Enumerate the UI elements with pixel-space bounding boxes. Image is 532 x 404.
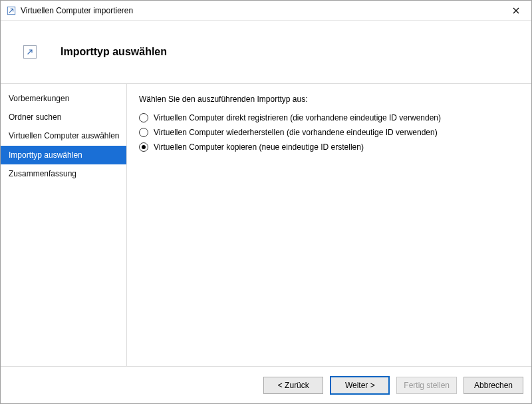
finish-button: Fertig stellen — [396, 377, 457, 394]
wizard-steps-sidebar: Vorbemerkungen Ordner suchen Virtuellen … — [1, 84, 127, 366]
step-virtuellen-computer-auswaehlen[interactable]: Virtuellen Computer auswählen — [1, 126, 126, 145]
close-button[interactable] — [501, 1, 531, 21]
step-label: Vorbemerkungen — [9, 94, 69, 103]
step-label: Importtyp auswählen — [9, 150, 82, 160]
step-zusammenfassung[interactable]: Zusammenfassung — [1, 164, 126, 183]
radio-label: Virtuellen Computer kopieren (neue einde… — [154, 142, 364, 152]
radio-copy[interactable]: Virtuellen Computer kopieren (neue einde… — [139, 142, 519, 152]
wizard-body: Vorbemerkungen Ordner suchen Virtuellen … — [1, 84, 531, 366]
step-vorbemerkungen[interactable]: Vorbemerkungen — [1, 89, 126, 108]
wizard-footer: < Zurück Weiter > Fertig stellen Abbrech… — [1, 366, 531, 403]
wizard-header: Importtyp auswählen — [1, 21, 531, 84]
step-label: Virtuellen Computer auswählen — [9, 131, 120, 140]
cancel-button[interactable]: Abbrechen — [464, 377, 523, 394]
page-title: Importtyp auswählen — [61, 46, 167, 58]
step-ordner-suchen[interactable]: Ordner suchen — [1, 108, 126, 126]
titlebar: Virtuellen Computer importieren — [1, 1, 531, 21]
radio-label: Virtuellen Computer direkt registrieren … — [154, 113, 441, 122]
step-label: Zusammenfassung — [9, 169, 76, 178]
radio-restore[interactable]: Virtuellen Computer wiederherstellen (di… — [139, 128, 519, 137]
step-label: Ordner suchen — [9, 112, 61, 122]
wizard-window: Virtuellen Computer importieren Importty… — [0, 0, 532, 404]
import-type-prompt: Wählen Sie den auszuführenden Importtyp … — [139, 95, 519, 104]
import-icon — [6, 5, 17, 16]
wizard-content: Wählen Sie den auszuführenden Importtyp … — [127, 84, 531, 366]
close-icon — [513, 7, 519, 14]
window-title: Virtuellen Computer importieren — [21, 6, 501, 15]
radio-icon — [139, 128, 148, 137]
import-icon — [23, 45, 37, 59]
back-button[interactable]: < Zurück — [263, 377, 323, 394]
next-button[interactable]: Weiter > — [330, 376, 390, 395]
radio-label: Virtuellen Computer wiederherstellen (di… — [154, 128, 438, 137]
radio-register-in-place[interactable]: Virtuellen Computer direkt registrieren … — [139, 113, 519, 122]
radio-icon — [139, 142, 148, 152]
step-importtyp-auswaehlen[interactable]: Importtyp auswählen — [1, 146, 126, 164]
radio-icon — [139, 113, 148, 122]
